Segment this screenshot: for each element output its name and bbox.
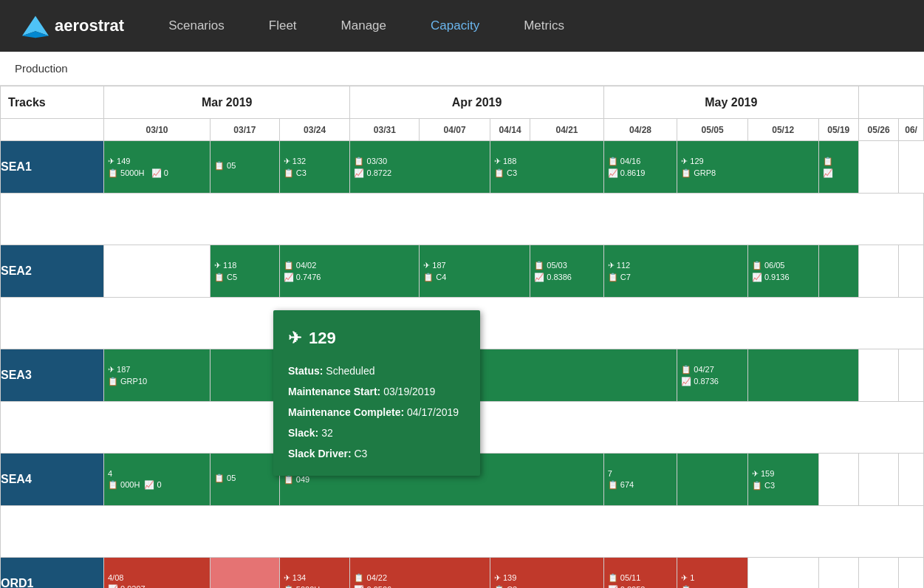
block: [818, 454, 858, 506]
block[interactable]: ✈ 112📋 C7: [603, 245, 747, 298]
block: [899, 245, 924, 298]
block[interactable]: ✈ 188📋 C3: [490, 141, 603, 194]
week-0421: 04/21: [530, 119, 603, 141]
block[interactable]: ✈ 134📋 5000H: [279, 558, 350, 589]
block[interactable]: [210, 558, 279, 589]
week-0414: 04/14: [490, 119, 530, 141]
block[interactable]: ✈ 1📋: [677, 558, 748, 589]
week-0505: 05/05: [677, 119, 748, 141]
tooltip-plane-icon: ✈: [288, 322, 301, 355]
month-jun: [858, 86, 923, 119]
block[interactable]: 📋 03/30📈 0.8722: [350, 141, 490, 194]
block[interactable]: [677, 454, 748, 506]
logo-text: aerostrat: [55, 16, 124, 35]
week-0512: 05/12: [747, 119, 818, 141]
block: [858, 454, 898, 506]
block: [899, 349, 924, 402]
block: [104, 245, 211, 298]
nav-manage[interactable]: Manage: [341, 18, 386, 33]
table-row: ORD1 4/08📈 0.9297 ✈ 134📋 5000H 📋 04/22📈 …: [1, 558, 924, 589]
nav-metrics[interactable]: Metrics: [524, 18, 564, 33]
week-0310: 03/10: [104, 119, 211, 141]
block[interactable]: 7📋 674: [603, 454, 677, 506]
block: [858, 558, 898, 589]
table-row: SEA1 ✈ 149📋 5000H 📈 0 📋 05 ✈ 132📋 C3 📋 0…: [1, 141, 924, 194]
week-0526: 05/26: [858, 119, 898, 141]
block: [899, 558, 924, 589]
tooltip-slack: Slack: 32: [288, 423, 465, 443]
block: [858, 349, 898, 402]
block[interactable]: 📋 05/11📈 0.8253: [603, 558, 677, 589]
track-sea1: SEA1: [1, 141, 104, 194]
nav-links: Scenarios Fleet Manage Capacity Metrics: [168, 18, 564, 33]
logo[interactable]: aerostrat: [22, 13, 124, 39]
track-sea3: SEA3: [1, 349, 104, 402]
week-0324: 03/24: [279, 119, 350, 141]
block: [899, 454, 924, 506]
week-0519: 05/19: [818, 119, 858, 141]
block[interactable]: ✈ 129📋 GRP8: [677, 141, 818, 194]
block[interactable]: 4📋 000H 📈 0: [104, 454, 211, 506]
block: [858, 141, 898, 194]
tooltip-maint-start: Maintenance Start: 03/19/2019: [288, 381, 465, 402]
week-0407: 04/07: [420, 119, 490, 141]
block[interactable]: ✈ 118📋 C5: [210, 245, 279, 298]
block[interactable]: 📋📈: [818, 141, 858, 194]
week-0331: 03/31: [350, 119, 420, 141]
month-mar: Mar 2019: [104, 86, 350, 119]
track-sea2: SEA2: [1, 245, 104, 298]
block[interactable]: 📋 05: [210, 454, 279, 506]
block: [818, 558, 858, 589]
table-row: SEA2 ✈ 118📋 C5 📋 04/02📈 0.7476 ✈ 187📋 C4…: [1, 245, 924, 298]
block[interactable]: 📋 04/27📈 0.8736: [677, 349, 748, 402]
block[interactable]: 📋 04/16📈 0.8619: [603, 141, 677, 194]
block[interactable]: 📋 04/22📈 0.9526: [350, 558, 490, 589]
tooltip-plane-info: ✈ 129: [288, 322, 465, 355]
flight-tooltip: ✈ 129 Status: Scheduled Maintenance Star…: [273, 310, 480, 476]
block[interactable]: ✈ 132📋 C3: [279, 141, 350, 194]
nav-fleet[interactable]: Fleet: [269, 18, 297, 33]
breadcrumb: Production: [0, 52, 924, 86]
block[interactable]: ✈ 187📋 C4: [420, 245, 530, 298]
block[interactable]: 📋 06/05📈 0.9136: [747, 245, 818, 298]
logo-icon: [22, 13, 49, 39]
block[interactable]: [747, 349, 858, 402]
month-apr: Apr 2019: [350, 86, 603, 119]
tooltip-status: Status: Scheduled: [288, 360, 465, 381]
week-0317: 03/17: [210, 119, 279, 141]
block[interactable]: 📋 05/03📈 0.8386: [530, 245, 603, 298]
month-may: May 2019: [603, 86, 858, 119]
tracks-header: Tracks: [1, 86, 104, 119]
block[interactable]: ✈ 159📋 C3: [747, 454, 818, 506]
block[interactable]: ✈ 139📋 C3: [490, 558, 603, 589]
tooltip-slack-driver: Slack Driver: C3: [288, 443, 465, 464]
week-header-blank: [1, 119, 104, 141]
nav-scenarios[interactable]: Scenarios: [168, 18, 225, 33]
track-sea4: SEA4: [1, 454, 104, 506]
block[interactable]: [818, 245, 858, 298]
track-ord1: ORD1: [1, 558, 104, 589]
week-0428: 04/28: [603, 119, 677, 141]
week-06: 06/: [899, 119, 924, 141]
block: [747, 558, 818, 589]
block[interactable]: 📋 05: [210, 141, 279, 194]
block: [858, 245, 898, 298]
tooltip-maint-complete: Maintenance Complete: 04/17/2019: [288, 402, 465, 423]
block[interactable]: ✈ 149📋 5000H 📈 0: [104, 141, 211, 194]
block[interactable]: 4/08📈 0.9297: [104, 558, 211, 589]
nav-capacity[interactable]: Capacity: [431, 18, 479, 33]
tooltip-plane-number: 129: [309, 322, 336, 355]
block[interactable]: 📋 04/02📈 0.7476: [279, 245, 419, 298]
navigation: aerostrat Scenarios Fleet Manage Capacit…: [0, 0, 924, 52]
block[interactable]: ✈ 187📋 GRP10: [104, 349, 211, 402]
